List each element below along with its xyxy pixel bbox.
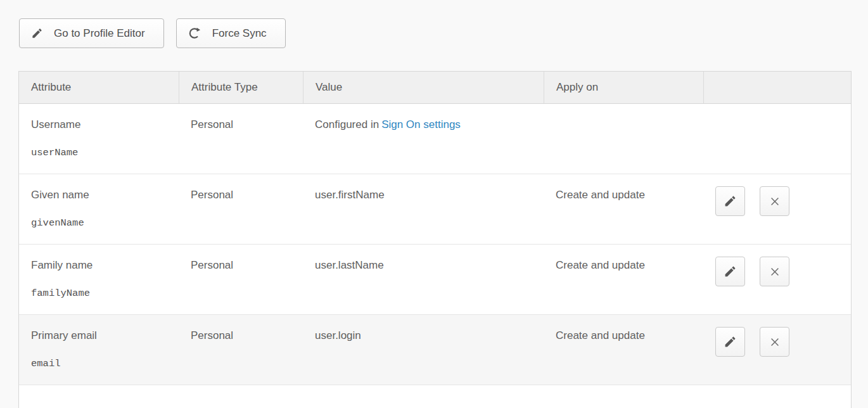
go-to-profile-editor-button[interactable]: Go to Profile Editor xyxy=(19,18,164,48)
edit-attribute-button[interactable] xyxy=(715,257,745,286)
table-row-family-name: Family name familyName Personal user.las… xyxy=(19,245,851,315)
cell-actions xyxy=(703,245,851,314)
close-icon xyxy=(769,195,781,208)
column-header-apply-on: Apply on xyxy=(544,72,703,103)
go-to-profile-editor-label: Go to Profile Editor xyxy=(54,27,145,40)
pencil-icon xyxy=(724,265,737,278)
column-header-actions xyxy=(703,72,851,103)
pencil-icon xyxy=(724,194,737,208)
cell-actions xyxy=(703,174,851,244)
column-header-attribute: Attribute xyxy=(19,72,179,103)
attribute-display-name: Username xyxy=(31,117,171,132)
attribute-display-name: Primary email xyxy=(31,328,171,343)
edit-attribute-button[interactable] xyxy=(715,327,745,357)
refresh-icon xyxy=(188,27,201,40)
cell-attribute: Given name givenName xyxy=(19,174,179,244)
table-row-partial xyxy=(19,385,851,408)
cell-value: user.firstName xyxy=(303,174,544,244)
column-header-attribute-type: Attribute Type xyxy=(179,72,303,103)
cell-apply-on: Create and update xyxy=(544,174,703,244)
force-sync-label: Force Sync xyxy=(212,27,267,40)
cell-value: user.login xyxy=(303,315,544,385)
attribute-display-name: Family name xyxy=(31,258,171,273)
attribute-variable-name: email xyxy=(31,357,171,370)
table-row-given-name: Given name givenName Personal user.first… xyxy=(19,174,851,245)
cell-apply-on: Create and update xyxy=(544,315,703,385)
cell-actions xyxy=(703,104,851,174)
edit-attribute-button[interactable] xyxy=(715,186,745,216)
cell-value: Configured inSign On settings xyxy=(303,104,544,174)
table-row-primary-email: Primary email email Personal user.login … xyxy=(19,315,851,385)
cell-attribute-type: Personal xyxy=(179,245,303,314)
table-header-row: Attribute Attribute Type Value Apply on xyxy=(19,72,851,104)
toolbar: Go to Profile Editor Force Sync xyxy=(19,18,286,48)
close-icon xyxy=(769,265,781,278)
column-header-value: Value xyxy=(303,72,544,103)
delete-attribute-button[interactable] xyxy=(760,186,789,216)
close-icon xyxy=(769,336,781,348)
attribute-variable-name: userName xyxy=(31,146,171,159)
sign-on-settings-link[interactable]: Sign On settings xyxy=(381,118,461,131)
cell-value: user.lastName xyxy=(303,245,544,314)
cell-apply-on xyxy=(544,104,703,174)
attribute-mappings-page: { "toolbar": { "profile_editor_label": "… xyxy=(0,0,868,408)
attribute-variable-name: givenName xyxy=(31,217,171,229)
pencil-icon xyxy=(31,27,43,39)
delete-attribute-button[interactable] xyxy=(760,257,789,286)
attribute-variable-name: familyName xyxy=(31,287,171,300)
attribute-mappings-table: Attribute Attribute Type Value Apply on … xyxy=(18,71,852,408)
value-text: Configured in xyxy=(315,118,379,131)
cell-attribute-type: Personal xyxy=(179,315,303,385)
cell-attribute-type: Personal xyxy=(179,174,303,244)
cell-attribute: Username userName xyxy=(19,104,179,174)
cell-apply-on: Create and update xyxy=(544,245,703,314)
cell-attribute: Primary email email xyxy=(19,315,179,385)
delete-attribute-button[interactable] xyxy=(760,327,789,357)
pencil-icon xyxy=(724,335,737,348)
table-row-username: Username userName Personal Configured in… xyxy=(19,104,851,174)
force-sync-button[interactable]: Force Sync xyxy=(176,18,286,48)
cell-attribute-type: Personal xyxy=(179,104,303,174)
attribute-display-name: Given name xyxy=(31,188,171,203)
cell-actions xyxy=(703,315,851,385)
cell-attribute: Family name familyName xyxy=(19,245,179,314)
